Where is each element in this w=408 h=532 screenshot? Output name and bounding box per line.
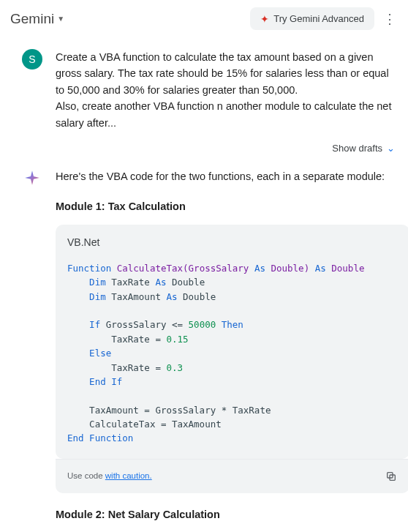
ai-message-body: Here's the VBA code for the two function… <box>56 168 408 532</box>
show-drafts-button[interactable]: Show drafts ⌄ <box>332 143 395 154</box>
code-content-1: Function CalculateTax(GrossSalary As Dou… <box>56 258 408 459</box>
chevron-down-icon: ⌄ <box>387 143 395 154</box>
code-lang-label: VB.Net <box>56 225 408 258</box>
module2-title: Module 2: Net Salary Calculation <box>56 506 408 522</box>
gemini-spark-icon <box>23 169 42 188</box>
sparkle-icon: ✦ <box>260 14 269 24</box>
user-message-text: Create a VBA function to calculate the t… <box>56 49 398 131</box>
try-advanced-button[interactable]: ✦ Try Gemini Advanced <box>250 7 374 30</box>
show-drafts-label: Show drafts <box>332 143 382 154</box>
chat-content: S Create a VBA function to calculate the… <box>0 37 408 532</box>
user-avatar: S <box>22 49 42 70</box>
app-title: Gemini <box>10 11 54 27</box>
caution-link[interactable]: with caution. <box>105 471 152 480</box>
drafts-row: Show drafts ⌄ <box>0 135 408 164</box>
header-right: ✦ Try Gemini Advanced ⋮ <box>250 7 398 30</box>
header: Gemini ▼ ✦ Try Gemini Advanced ⋮ <box>0 0 408 37</box>
ai-intro-text: Here's the VBA code for the two function… <box>56 168 408 184</box>
caret-down-icon: ▼ <box>57 15 64 23</box>
code-caution-text: Use code with caution. <box>67 470 152 483</box>
user-avatar-letter: S <box>29 53 35 65</box>
try-advanced-label: Try Gemini Advanced <box>273 13 364 24</box>
app-switcher[interactable]: Gemini ▼ <box>10 11 64 27</box>
copy-icon <box>385 471 397 482</box>
user-message-row: S Create a VBA function to calculate the… <box>0 45 408 135</box>
code-block-1: VB.Net Function CalculateTax(GrossSalary… <box>56 225 408 459</box>
ai-message-row: Here's the VBA code for the two function… <box>0 164 408 532</box>
more-icon[interactable]: ⋮ <box>382 11 398 27</box>
copy-code-button[interactable] <box>382 467 401 486</box>
code-footer-1: Use code with caution. <box>56 459 408 493</box>
gemini-avatar <box>22 168 42 189</box>
module1-title: Module 1: Tax Calculation <box>56 198 408 214</box>
